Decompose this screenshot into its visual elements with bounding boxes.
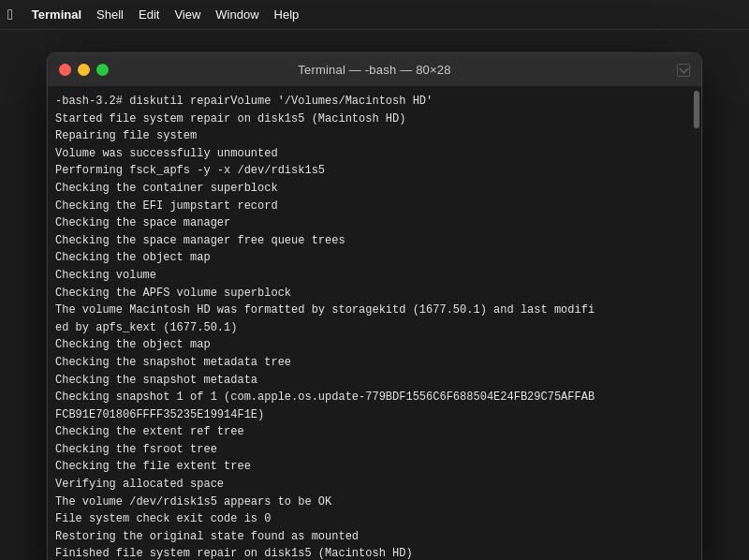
- terminal-line: Checking the EFI jumpstart record: [55, 198, 696, 215]
- terminal-line: Verifying allocated space: [55, 476, 696, 494]
- menu-view[interactable]: View: [167, 6, 208, 23]
- menu-shell[interactable]: Shell: [89, 6, 131, 23]
- menu-bar:  Terminal Shell Edit View Window Help: [0, 0, 749, 30]
- apple-logo-icon[interactable]: : [7, 7, 13, 23]
- minimize-button[interactable]: [78, 64, 90, 76]
- terminal-line: Checking the snapshot metadata: [55, 372, 696, 390]
- terminal-line: Checking the fsroot tree: [55, 441, 696, 459]
- terminal-line: Started file system repair on disk1s5 (M…: [55, 111, 696, 128]
- terminal-line: Checking the extent ref tree: [55, 423, 696, 441]
- terminal-line: Volume was successfully unmounted: [55, 145, 696, 163]
- terminal-line: Finished file system repair on disk1s5 (…: [55, 545, 696, 560]
- terminal-output: -bash-3.2# diskutil repairVolume '/Volum…: [55, 93, 696, 560]
- terminal-wrapper: Terminal — -bash — 80×28 -bash-3.2# disk…: [0, 30, 749, 560]
- scrollbar[interactable]: [694, 91, 699, 128]
- terminal-title: Terminal — -bash — 80×28: [298, 63, 450, 77]
- terminal-line: Checking the space manager free queue tr…: [55, 232, 696, 250]
- menu-terminal[interactable]: Terminal: [24, 6, 89, 23]
- menu-window[interactable]: Window: [208, 6, 266, 23]
- terminal-line: The volume Macintosh HD was formatted by…: [55, 302, 696, 319]
- terminal-line: FCB91E701806FFFF35235E19914F1E): [55, 406, 696, 424]
- close-button[interactable]: [59, 64, 71, 76]
- terminal-line: Checking the container superblock: [55, 180, 696, 198]
- terminal-line: The volume /dev/rdisk1s5 appears to be O…: [55, 494, 696, 511]
- terminal-line: Checking the file extent tree: [55, 458, 696, 476]
- terminal-window: Terminal — -bash — 80×28 -bash-3.2# disk…: [47, 52, 702, 560]
- menu-edit[interactable]: Edit: [131, 6, 167, 23]
- scroll-indicator-icon: [677, 64, 690, 77]
- terminal-line: Checking the APFS volume superblock: [55, 285, 696, 302]
- traffic-lights: [59, 64, 109, 76]
- terminal-line: Checking the object map: [55, 249, 696, 267]
- terminal-line: Performing fsck_apfs -y -x /dev/rdisk1s5: [55, 162, 696, 180]
- terminal-line: -bash-3.2# diskutil repairVolume '/Volum…: [55, 93, 696, 111]
- terminal-line: ed by apfs_kext (1677.50.1): [55, 319, 696, 337]
- terminal-content[interactable]: -bash-3.2# diskutil repairVolume '/Volum…: [48, 87, 701, 560]
- terminal-line: Checking snapshot 1 of 1 (com.apple.os.u…: [55, 389, 696, 406]
- terminal-line: Checking volume: [55, 267, 696, 285]
- terminal-line: Checking the snapshot metadata tree: [55, 354, 696, 372]
- terminal-titlebar: Terminal — -bash — 80×28: [48, 53, 701, 87]
- terminal-line: Restoring the original state found as mo…: [55, 528, 696, 546]
- menu-help[interactable]: Help: [267, 6, 307, 23]
- maximize-button[interactable]: [96, 64, 109, 76]
- terminal-line: Checking the object map: [55, 336, 696, 354]
- terminal-line: Checking the space manager: [55, 214, 696, 232]
- terminal-line: Repairing file system: [55, 127, 696, 145]
- terminal-line: File system check exit code is 0: [55, 510, 696, 528]
